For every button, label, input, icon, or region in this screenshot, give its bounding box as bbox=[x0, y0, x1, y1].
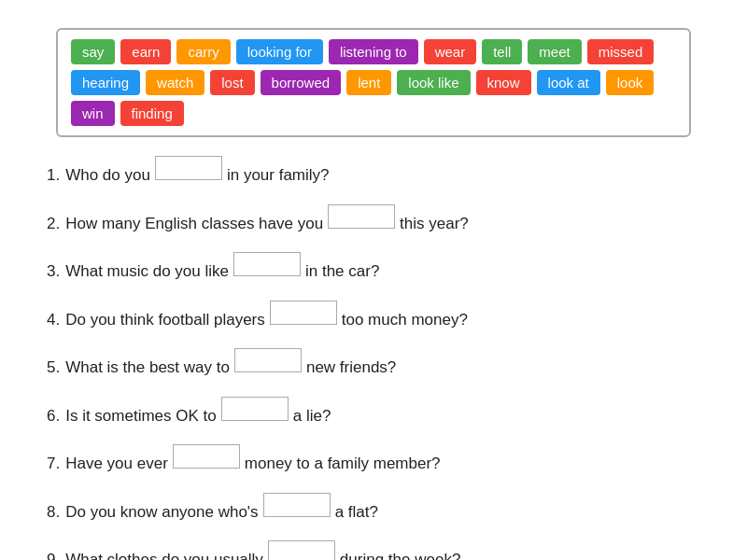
question-number: 7. bbox=[47, 452, 60, 476]
question-text-after: in your family? bbox=[227, 163, 330, 188]
word-chip-earn[interactable]: earn bbox=[120, 39, 171, 64]
question-row: 7.Have you ever money to a family member… bbox=[47, 444, 700, 476]
question-number: 3. bbox=[47, 259, 60, 284]
questions-container: 1.Who do you in your family?2.How many E… bbox=[47, 156, 700, 560]
question-text-before: Is it sometimes OK to bbox=[65, 404, 217, 428]
question-text-after: in the car? bbox=[305, 259, 379, 284]
question-text-after: this year? bbox=[400, 212, 469, 236]
word-chip-look-at[interactable]: look at bbox=[537, 70, 600, 95]
question-number: 8. bbox=[47, 500, 60, 525]
answer-blank[interactable] bbox=[233, 252, 301, 276]
word-chip-missed[interactable]: missed bbox=[587, 39, 655, 64]
word-chip-hearing[interactable]: hearing bbox=[71, 70, 140, 95]
word-chip-finding[interactable]: finding bbox=[120, 101, 184, 126]
answer-blank[interactable] bbox=[268, 540, 335, 560]
word-chip-carry[interactable]: carry bbox=[176, 39, 230, 64]
question-row: 2.How many English classes have you this… bbox=[47, 204, 700, 236]
question-row: 8.Do you know anyone who's a flat? bbox=[47, 493, 700, 525]
question-number: 4. bbox=[47, 308, 60, 332]
question-text-after: new friends? bbox=[306, 356, 396, 380]
question-text-after: a lie? bbox=[293, 404, 331, 428]
word-chip-looking-for[interactable]: looking for bbox=[236, 39, 323, 64]
question-text-before: Do you know anyone who's bbox=[65, 500, 258, 525]
question-number: 6. bbox=[47, 404, 60, 428]
answer-blank[interactable] bbox=[270, 301, 337, 325]
question-row: 4.Do you think football players too much… bbox=[47, 301, 700, 332]
answer-blank[interactable] bbox=[328, 204, 395, 229]
answer-blank[interactable] bbox=[234, 348, 302, 372]
answer-blank[interactable] bbox=[221, 397, 289, 421]
question-text-before: How many English classes have you bbox=[65, 212, 323, 236]
word-chip-lent[interactable]: lent bbox=[346, 70, 391, 95]
question-number: 1. bbox=[47, 163, 60, 188]
question-text-before: What is the best way to bbox=[65, 356, 230, 380]
question-text-after: a flat? bbox=[335, 500, 378, 525]
answer-blank[interactable] bbox=[155, 156, 222, 180]
question-text-before: Do you think football players bbox=[65, 308, 265, 332]
word-chip-win[interactable]: win bbox=[71, 101, 115, 126]
answer-blank[interactable] bbox=[173, 444, 240, 469]
word-chip-watch[interactable]: watch bbox=[146, 70, 204, 95]
question-row: 5.What is the best way to new friends? bbox=[47, 348, 700, 380]
question-number: 9. bbox=[47, 548, 60, 560]
word-chip-borrowed[interactable]: borrowed bbox=[261, 70, 342, 95]
question-number: 2. bbox=[47, 212, 60, 236]
question-text-before: Who do you bbox=[65, 163, 150, 188]
question-text-before: Have you ever bbox=[65, 452, 168, 476]
word-bank: sayearncarrylooking forlistening toweart… bbox=[56, 28, 691, 137]
question-row: 3.What music do you like in the car? bbox=[47, 252, 700, 284]
word-chip-look-like[interactable]: look like bbox=[397, 70, 470, 95]
question-number: 5. bbox=[47, 356, 60, 380]
answer-blank[interactable] bbox=[263, 493, 331, 517]
question-text-after: money to a family member? bbox=[245, 452, 441, 476]
question-text-after: during the week? bbox=[340, 548, 460, 560]
question-row: 6.Is it sometimes OK to a lie? bbox=[47, 397, 700, 428]
word-chip-wear[interactable]: wear bbox=[424, 39, 477, 64]
word-chip-meet[interactable]: meet bbox=[528, 39, 581, 64]
word-chip-look[interactable]: look bbox=[606, 70, 655, 95]
question-text-before: What clothes do you usually bbox=[65, 548, 263, 560]
question-row: 1.Who do you in your family? bbox=[47, 156, 700, 188]
question-text-before: What music do you like bbox=[65, 259, 229, 284]
word-chip-say[interactable]: say bbox=[71, 39, 115, 64]
question-row: 9.What clothes do you usually during the… bbox=[47, 540, 700, 560]
word-chip-tell[interactable]: tell bbox=[482, 39, 522, 64]
word-chip-lost[interactable]: lost bbox=[210, 70, 254, 95]
word-chip-know[interactable]: know bbox=[476, 70, 531, 95]
question-text-after: too much money? bbox=[342, 308, 468, 332]
word-chip-listening-to[interactable]: listening to bbox=[329, 39, 418, 64]
